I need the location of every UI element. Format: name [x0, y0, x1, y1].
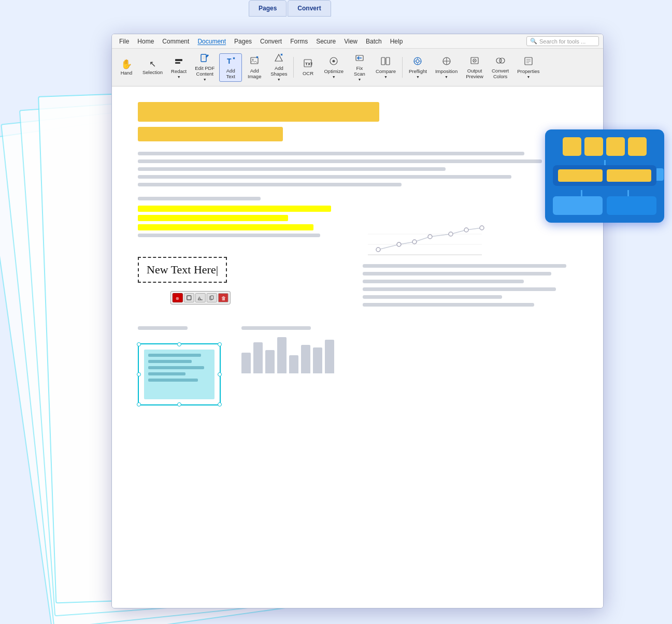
highlight-yellow: [138, 215, 288, 221]
properties-icon: [524, 56, 533, 67]
diag-sq-3: [606, 137, 625, 156]
tool-fix-scan[interactable]: FixScan ▼: [348, 51, 371, 84]
tool-add-image[interactable]: AddImage: [243, 53, 266, 82]
selected-box-content: [144, 350, 215, 399]
svg-point-21: [416, 60, 419, 63]
output-preview-icon: [470, 56, 479, 67]
search-box[interactable]: 🔍 Search for tools ...: [526, 36, 599, 46]
highlight-yellow: [138, 224, 313, 230]
tool-add-text-label: AddText: [226, 68, 235, 79]
bar-5: [289, 355, 298, 373]
two-col-section: New Text Here| ⊗ A: [138, 206, 577, 311]
diag-bot-row: [553, 196, 656, 215]
tool-add-shapes[interactable]: AddShapes ▼: [267, 51, 291, 84]
main-window: File Home Comment Document Pages Convert…: [111, 34, 604, 608]
selected-image-box[interactable]: [138, 343, 221, 405]
menu-view[interactable]: View: [341, 37, 361, 46]
tool-optimize-label: Optimize: [324, 68, 343, 74]
handle-br[interactable]: [218, 402, 222, 407]
text-line: [363, 303, 534, 307]
tool-output-preview[interactable]: OutputPreview: [462, 53, 487, 82]
fix-scan-icon: [355, 53, 364, 64]
selection-icon: ↖: [149, 60, 156, 68]
text-tool-btn-5[interactable]: 🗑: [218, 293, 228, 302]
diag-top-row: [553, 137, 656, 156]
svg-text:TXT: TXT: [305, 62, 312, 66]
diag-sq-4: [628, 137, 647, 156]
tool-hand[interactable]: ✋ Hand: [115, 57, 138, 78]
svg-point-48: [376, 248, 380, 252]
menu-bar: File Home Comment Document Pages Convert…: [112, 34, 603, 49]
text-tool-btn-4[interactable]: [207, 293, 217, 302]
edit-pdf-icon: [200, 53, 209, 64]
svg-rect-2: [201, 54, 206, 62]
right-column: [363, 206, 577, 311]
tool-bar: ✋ Hand ↖ Selection Redact ▼ Edi: [112, 49, 603, 86]
tool-ocr[interactable]: TXT OCR: [296, 56, 319, 79]
svg-point-53: [464, 228, 468, 232]
hierarchy-diagram: [545, 129, 664, 223]
text-line: [138, 167, 446, 171]
menu-document[interactable]: Document: [194, 37, 229, 46]
text-line: [138, 326, 188, 330]
menu-forms[interactable]: Forms: [287, 37, 311, 46]
tool-redact[interactable]: Redact ▼: [167, 54, 190, 81]
tool-compare[interactable]: Compare ▼: [372, 54, 399, 81]
menu-secure[interactable]: Secure: [313, 37, 339, 46]
subtitle-bar: [138, 127, 283, 141]
bottom-section: [138, 326, 577, 405]
add-shapes-icon: [274, 53, 283, 64]
handle-ml[interactable]: [137, 372, 141, 376]
tool-convert-colors[interactable]: ConvertColors: [488, 53, 512, 82]
tool-optimize[interactable]: Optimize ▼: [320, 54, 347, 81]
menu-pages[interactable]: Pages: [231, 37, 255, 46]
menu-file[interactable]: File: [116, 37, 132, 46]
bar-8: [325, 340, 334, 373]
tool-properties[interactable]: Properties ▼: [513, 54, 543, 81]
hand-icon: ✋: [121, 60, 132, 69]
handle-tr[interactable]: [218, 342, 222, 346]
text-line: [363, 295, 502, 299]
separator-2: [402, 57, 403, 78]
menu-batch[interactable]: Batch: [363, 37, 385, 46]
convert-colors-icon: [496, 56, 505, 67]
tool-preflight-label: Preflight: [409, 68, 427, 74]
tool-imposition[interactable]: Imposition ▼: [432, 54, 461, 81]
connector-v-2: [581, 190, 582, 196]
svg-point-31: [474, 60, 475, 61]
menu-comment[interactable]: Comment: [159, 37, 192, 46]
highlight-yellow: [138, 206, 331, 212]
tab-pages[interactable]: Pages: [249, 0, 287, 17]
svg-point-50: [412, 240, 417, 244]
svg-rect-18: [381, 57, 385, 65]
svg-point-51: [428, 235, 432, 239]
tool-selection[interactable]: ↖ Selection: [139, 57, 166, 78]
diag-side-tab: [656, 168, 664, 181]
handle-bl[interactable]: [137, 402, 141, 407]
text-tool-btn-3[interactable]: A: [195, 293, 206, 302]
handle-tl[interactable]: [137, 342, 141, 346]
menu-help[interactable]: Help: [387, 37, 406, 46]
text-line: [363, 272, 551, 275]
diag-bot-block-1: [553, 196, 603, 215]
text-tool-btn-2[interactable]: [184, 293, 194, 302]
handle-tc[interactable]: [177, 342, 181, 346]
text-edit-box[interactable]: New Text Here|: [138, 257, 227, 283]
menu-convert[interactable]: Convert: [257, 37, 285, 46]
handle-mr[interactable]: [218, 372, 222, 376]
text-tool-btn-1[interactable]: ⊗: [173, 293, 183, 302]
diag-sq-1: [563, 137, 581, 156]
tool-add-text[interactable]: T AddText: [219, 53, 242, 82]
selected-box-lines: [144, 350, 215, 386]
tool-edit-pdf[interactable]: Edit PDFContent ▼: [191, 51, 218, 84]
tool-convert-colors-label: ConvertColors: [492, 68, 509, 79]
tool-preflight[interactable]: Preflight ▼: [405, 54, 431, 81]
menu-home[interactable]: Home: [134, 37, 157, 46]
tool-edit-pdf-label: Edit PDFContent: [195, 65, 215, 77]
bottom-right: [241, 326, 334, 405]
bar-6: [301, 345, 310, 373]
connector-v-1: [604, 160, 606, 165]
handle-bc[interactable]: [177, 402, 181, 407]
svg-rect-43: [211, 296, 213, 299]
tab-convert[interactable]: Convert: [288, 0, 331, 17]
